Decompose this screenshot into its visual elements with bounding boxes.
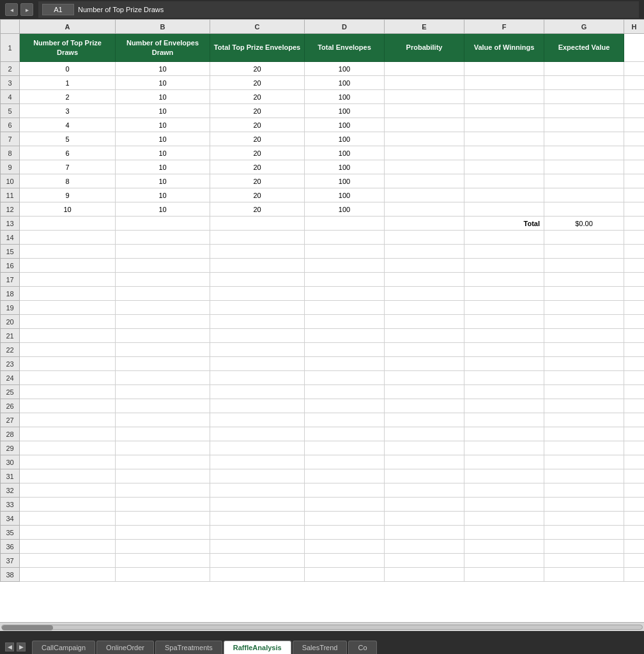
cell-29-E[interactable] xyxy=(385,441,464,455)
cell-30-A[interactable] xyxy=(20,455,116,469)
cell-4-G[interactable] xyxy=(544,90,624,104)
cell-33-E[interactable] xyxy=(385,498,464,512)
cell-34-B[interactable] xyxy=(116,512,210,526)
cell-4-A[interactable]: 2 xyxy=(20,90,116,104)
cell-5-A[interactable]: 3 xyxy=(20,104,116,118)
cell-3-H[interactable] xyxy=(624,76,645,90)
cell-34-A[interactable] xyxy=(20,512,116,526)
cell-17-H[interactable] xyxy=(624,273,645,287)
cell-18-B[interactable] xyxy=(116,287,210,301)
cell-14-G[interactable] xyxy=(544,231,624,245)
cell-28-C[interactable] xyxy=(210,427,305,441)
cell-4-H[interactable] xyxy=(624,90,645,104)
cell-2-A[interactable]: 0 xyxy=(20,62,116,76)
cell-28-E[interactable] xyxy=(385,427,464,441)
tab-raffleanalysis[interactable]: RaffleAnalysis xyxy=(224,641,291,654)
cell-28-A[interactable] xyxy=(20,427,116,441)
cell-11-A[interactable]: 9 xyxy=(20,188,116,202)
cell-20-F[interactable] xyxy=(464,315,544,329)
cell-6-E[interactable] xyxy=(385,118,464,132)
cell-10-C[interactable]: 20 xyxy=(210,174,305,188)
cell-10-H[interactable] xyxy=(624,174,645,188)
cell-32-A[interactable] xyxy=(20,483,116,498)
cell-5-E[interactable] xyxy=(385,104,464,118)
cell-31-C[interactable] xyxy=(210,469,305,483)
horizontal-scrollbar[interactable] xyxy=(0,622,644,631)
cell-29-D[interactable] xyxy=(305,441,385,455)
cell-17-F[interactable] xyxy=(464,273,544,287)
tab-onlineorder[interactable]: OnlineOrder xyxy=(96,641,154,654)
cell-19-H[interactable] xyxy=(624,301,645,315)
cell-23-E[interactable] xyxy=(385,357,464,371)
cell-4-F[interactable] xyxy=(464,90,544,104)
tab-salestrend[interactable]: SalesTrend xyxy=(293,641,348,654)
cell-12-C[interactable]: 20 xyxy=(210,202,305,217)
cell-14-B[interactable] xyxy=(116,231,210,245)
cell-7-F[interactable] xyxy=(464,132,544,146)
cell-17-G[interactable] xyxy=(544,273,624,287)
cell-23-D[interactable] xyxy=(305,357,385,371)
cell-5-D[interactable]: 100 xyxy=(305,104,385,118)
cell-6-C[interactable]: 20 xyxy=(210,118,305,132)
cell-33-A[interactable] xyxy=(20,498,116,512)
cell-27-B[interactable] xyxy=(116,413,210,427)
cell-36-A[interactable] xyxy=(20,540,116,554)
cell-24-A[interactable] xyxy=(20,371,116,385)
cell-17-E[interactable] xyxy=(385,273,464,287)
cell-6-A[interactable]: 4 xyxy=(20,118,116,132)
cell-26-D[interactable] xyxy=(305,399,385,413)
cell-3-D[interactable]: 100 xyxy=(305,76,385,90)
cell-27-C[interactable] xyxy=(210,413,305,427)
cell-33-C[interactable] xyxy=(210,498,305,512)
header-F[interactable]: Value of Winnings xyxy=(464,34,544,62)
cell-35-E[interactable] xyxy=(385,526,464,540)
cell-37-G[interactable] xyxy=(544,554,624,568)
cell-36-F[interactable] xyxy=(464,540,544,554)
cell-37-E[interactable] xyxy=(385,554,464,568)
cell-7-E[interactable] xyxy=(385,132,464,146)
col-header-A[interactable]: A xyxy=(20,20,116,34)
cell-34-E[interactable] xyxy=(385,512,464,526)
cell-29-G[interactable] xyxy=(544,441,624,455)
cell-19-C[interactable] xyxy=(210,301,305,315)
cell-29-H[interactable] xyxy=(624,441,645,455)
cell-34-G[interactable] xyxy=(544,512,624,526)
cell-18-C[interactable] xyxy=(210,287,305,301)
cell-27-H[interactable] xyxy=(624,413,645,427)
cell-7-A[interactable]: 5 xyxy=(20,132,116,146)
cell-4-C[interactable]: 20 xyxy=(210,90,305,104)
tab-nav-prev[interactable]: ▶ xyxy=(17,643,26,651)
cell-25-D[interactable] xyxy=(305,385,385,399)
tab-spatreatments[interactable]: SpaTreatments xyxy=(155,641,222,654)
cell-22-C[interactable] xyxy=(210,343,305,357)
cell-8-A[interactable]: 6 xyxy=(20,146,116,160)
cell-35-B[interactable] xyxy=(116,526,210,540)
header-D[interactable]: Total Envelopes xyxy=(305,34,385,62)
cell-27-E[interactable] xyxy=(385,413,464,427)
cell-22-B[interactable] xyxy=(116,343,210,357)
cell-15-F[interactable] xyxy=(464,245,544,259)
col-header-C[interactable]: C xyxy=(210,20,305,34)
cell-17-B[interactable] xyxy=(116,273,210,287)
cell-35-G[interactable] xyxy=(544,526,624,540)
cell-14-D[interactable] xyxy=(305,231,385,245)
cell-22-D[interactable] xyxy=(305,343,385,357)
cell-38-A[interactable] xyxy=(20,568,116,582)
cell-18-F[interactable] xyxy=(464,287,544,301)
cell-11-B[interactable]: 10 xyxy=(116,188,210,202)
cell-13-B[interactable] xyxy=(116,217,210,231)
cell-32-C[interactable] xyxy=(210,483,305,498)
cell-38-B[interactable] xyxy=(116,568,210,582)
cell-9-A[interactable]: 7 xyxy=(20,160,116,174)
cell-37-A[interactable] xyxy=(20,554,116,568)
cell-33-G[interactable] xyxy=(544,498,624,512)
cell-17-C[interactable] xyxy=(210,273,305,287)
cell-2-C[interactable]: 20 xyxy=(210,62,305,76)
cell-3-B[interactable]: 10 xyxy=(116,76,210,90)
cell-24-E[interactable] xyxy=(385,371,464,385)
cell-38-E[interactable] xyxy=(385,568,464,582)
cell-34-F[interactable] xyxy=(464,512,544,526)
col-header-H[interactable]: H xyxy=(624,20,645,34)
cell-8-E[interactable] xyxy=(385,146,464,160)
formula-text[interactable]: Number of Top Prize Draws xyxy=(78,6,635,13)
